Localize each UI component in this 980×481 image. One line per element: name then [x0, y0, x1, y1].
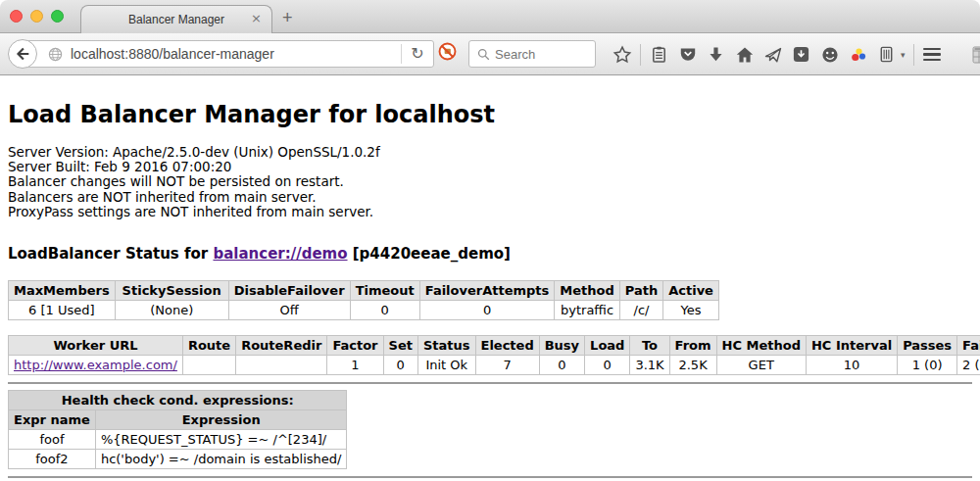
cell-route [182, 356, 235, 375]
cell-method: bytraffic [555, 301, 619, 320]
search-input[interactable] [495, 47, 595, 62]
cell-failoverattempts: 0 [419, 301, 555, 320]
zoom-window-button[interactable] [51, 10, 64, 23]
toolbar-icons: ▾ [612, 33, 980, 75]
back-arrow-icon [14, 45, 31, 63]
menu-hamburger-icon[interactable] [922, 44, 943, 65]
worker-table: Worker URL Route RouteRedir Factor Set S… [8, 335, 980, 375]
extension-colored-dots-icon[interactable] [848, 44, 868, 65]
new-tab-button[interactable]: + [282, 8, 293, 28]
cell-load: 0 [585, 356, 630, 375]
col-method: Method [555, 281, 619, 301]
col-hc-method: HC Method [716, 336, 806, 356]
tab-title: Balancer Manager [128, 13, 224, 26]
cell-expression: %{REQUEST_STATUS} =~ /^[234]/ [95, 430, 347, 450]
reload-button[interactable]: ↻ [402, 41, 433, 67]
col-set: Set [383, 336, 417, 356]
cell-factor: 1 [327, 356, 383, 375]
col-expr-name: Expr name [9, 410, 96, 430]
cell-busy: 0 [539, 356, 584, 375]
table-title-row: Health check cond. expressions: [9, 391, 347, 410]
server-built-line: Server Built: Feb 9 2016 07:00:20 [8, 160, 980, 174]
session-container-icon[interactable] [876, 44, 897, 65]
table-header-row: MaxMembers StickySession DisableFailover… [9, 281, 719, 301]
col-passes: Passes [898, 336, 957, 356]
minimize-window-button[interactable] [30, 10, 43, 23]
server-info: Server Version: Apache/2.5.0-dev (Unix) … [8, 145, 980, 219]
bottom-divider [8, 476, 972, 478]
back-button[interactable] [8, 39, 37, 69]
section-divider [8, 382, 972, 384]
cell-expr-name: foof [9, 430, 96, 450]
cell-to: 3.1K [630, 356, 669, 375]
col-stickysession: StickySession [115, 281, 228, 301]
search-bar[interactable] [468, 40, 596, 68]
col-path: Path [619, 281, 662, 301]
page-title: Load Balancer Manager for localhost [8, 75, 980, 128]
cell-hc-interval: 10 [806, 356, 897, 375]
site-identity-globe-icon[interactable] [48, 47, 63, 62]
downloads-icon[interactable] [706, 44, 726, 65]
col-routeredir: RouteRedir [236, 336, 327, 356]
col-factor: Factor [327, 336, 383, 356]
cell-routeredir [236, 356, 327, 375]
status-heading-prefix: LoadBalancer Status for [8, 245, 213, 263]
col-timeout: Timeout [350, 281, 419, 301]
browser-window: Balancer Manager × + ↻ [0, 0, 980, 481]
col-disablefailover: DisableFailover [228, 281, 350, 301]
home-icon[interactable] [734, 44, 755, 65]
col-fails: Fails [957, 336, 980, 356]
tab-balancer-manager[interactable]: Balancer Manager × [80, 5, 272, 33]
balancer-demo-link[interactable]: balancer://demo [213, 245, 347, 263]
reading-list-icon[interactable] [649, 44, 669, 65]
server-version-line: Server Version: Apache/2.5.0-dev (Unix) … [8, 145, 980, 160]
page-content: Load Balancer Manager for localhost Serv… [0, 75, 980, 481]
plugin-blocked-icon[interactable] [438, 42, 457, 61]
send-tab-icon[interactable] [762, 44, 783, 65]
table-row: http://www.example.com/ 1 0 Init Ok 7 0 … [9, 356, 980, 375]
save-to-device-icon[interactable] [791, 44, 811, 65]
url-input[interactable] [71, 46, 401, 62]
cell-worker-url: http://www.example.com/ [9, 356, 183, 375]
feedback-smiley-icon[interactable] [819, 44, 840, 65]
persist-note-line: Balancer changes will NOT be persisted o… [8, 174, 980, 189]
close-window-button[interactable] [10, 10, 23, 23]
col-worker-url: Worker URL [9, 336, 183, 356]
table-row: foof2 hc('body') =~ /domain is establish… [9, 450, 347, 469]
toolbar-separator [913, 44, 914, 66]
url-bar[interactable]: ↻ [24, 40, 434, 68]
tab-close-icon[interactable]: × [251, 12, 262, 25]
cell-set: 0 [383, 356, 417, 375]
cell-timeout: 0 [350, 301, 419, 320]
col-from: From [669, 336, 716, 356]
proxypass-note-line: ProxyPass settings are NOT inherited fro… [8, 205, 980, 219]
table-row: 6 [1 Used] (None) Off 0 0 bytraffic /c/ … [9, 301, 719, 320]
container-dropdown-caret-icon[interactable]: ▾ [901, 50, 906, 60]
pocket-icon[interactable] [677, 44, 698, 65]
cell-passes: 1 (0) [898, 356, 957, 375]
search-icon [477, 48, 490, 61]
cell-stickysession: (None) [115, 301, 228, 320]
table-header-row: Worker URL Route RouteRedir Factor Set S… [9, 336, 980, 356]
balancer-summary-table: MaxMembers StickySession DisableFailover… [8, 280, 719, 320]
window-controls [10, 10, 64, 23]
reader-grid-icon[interactable] [972, 44, 980, 65]
loadbalancer-status-heading: LoadBalancer Status for balancer://demo … [8, 245, 980, 263]
title-bar: Balancer Manager × + [0, 0, 980, 33]
cell-elected: 7 [475, 356, 539, 375]
cell-expression: hc('body') =~ /domain is established/ [95, 450, 347, 469]
cell-status: Init Ok [417, 356, 475, 375]
cell-expr-name: foof2 [9, 450, 96, 469]
toolbar-separator [640, 44, 641, 66]
navigation-toolbar: ↻ [0, 33, 980, 75]
col-busy: Busy [539, 336, 584, 356]
cell-from: 2.5K [669, 356, 716, 375]
bookmark-star-icon[interactable] [612, 44, 632, 65]
col-elected: Elected [475, 336, 539, 356]
table-header-row: Expr name Expression [9, 410, 347, 430]
worker-url-link[interactable]: http://www.example.com/ [14, 358, 177, 372]
col-status: Status [417, 336, 475, 356]
col-hc-interval: HC Interval [806, 336, 897, 356]
cell-hc-method: GET [716, 356, 806, 375]
col-active: Active [663, 281, 719, 301]
